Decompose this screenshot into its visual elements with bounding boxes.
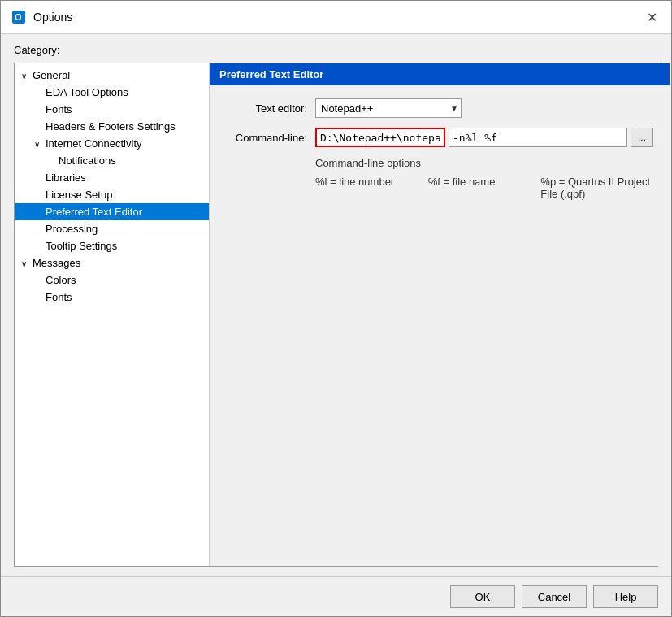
dialog-footer: OK Cancel Help [1, 576, 671, 616]
dialog-title: Options [33, 11, 72, 24]
options-dialog: O Options ✕ Category: ∨GeneralEDA Tool O… [0, 0, 672, 617]
sidebar: ∨GeneralEDA Tool OptionsFontsHeaders & F… [15, 63, 210, 566]
close-button[interactable]: ✕ [642, 7, 661, 27]
sidebar-item-processing[interactable]: Processing [15, 220, 209, 237]
sidebar-item-messages[interactable]: ∨Messages [15, 254, 209, 272]
sidebar-item-label: Tooltip Settings [46, 240, 117, 252]
command-line-label: Command-line: [226, 132, 315, 144]
content-panel: Preferred Text Editor Text editor: Notep… [210, 63, 670, 566]
sidebar-item-label: Fonts [46, 103, 72, 115]
sidebar-item-label: Fonts [46, 291, 72, 303]
cancel-button[interactable]: Cancel [522, 585, 587, 608]
tree-arrow-icon: ∨ [21, 72, 31, 80]
dialog-body: Category: ∨GeneralEDA Tool OptionsFontsH… [1, 34, 671, 576]
title-bar-left: O Options [11, 9, 72, 25]
command-exe-input[interactable] [315, 128, 445, 147]
text-editor-control: Notepad++ Notepad Custom ▼ [315, 98, 462, 118]
help-button[interactable]: Help [593, 585, 658, 608]
content-body: Text editor: Notepad++ Notepad Custom ▼ [210, 85, 670, 566]
tree-arrow-icon: ∨ [21, 259, 31, 268]
content-header: Preferred Text Editor [210, 63, 670, 85]
text-editor-select[interactable]: Notepad++ Notepad Custom [315, 98, 462, 118]
cmdline-options-label: Command-line options [315, 157, 653, 169]
text-editor-label: Text editor: [226, 102, 315, 115]
svg-text:O: O [15, 12, 22, 22]
text-editor-select-wrapper: Notepad++ Notepad Custom ▼ [315, 98, 462, 118]
hint-file-name: %f = file name [428, 176, 541, 200]
sidebar-item-libraries[interactable]: Libraries [15, 169, 209, 186]
ok-button[interactable]: OK [450, 585, 515, 608]
sidebar-item-label: Processing [46, 223, 98, 235]
sidebar-item-tooltip-settings[interactable]: Tooltip Settings [15, 237, 209, 254]
text-editor-row: Text editor: Notepad++ Notepad Custom ▼ [226, 98, 653, 118]
category-label: Category: [14, 44, 658, 56]
sidebar-item-label: Notifications [59, 154, 116, 167]
command-line-row: Command-line: ... [226, 128, 653, 147]
hint-line-number: %l = line number [315, 176, 428, 200]
sidebar-item-preferred-text-editor[interactable]: Preferred Text Editor [15, 203, 209, 220]
command-line-control: ... [315, 128, 653, 147]
tree-arrow-icon: ∨ [34, 140, 44, 149]
sidebar-item-label: Internet Connectivity [46, 137, 142, 150]
sidebar-item-headers-footers[interactable]: Headers & Footers Settings [15, 118, 209, 135]
title-bar: O Options ✕ [1, 1, 671, 34]
sidebar-item-label: License Setup [46, 189, 112, 201]
sidebar-item-colors[interactable]: Colors [15, 272, 209, 289]
browse-button[interactable]: ... [631, 128, 653, 147]
sidebar-item-label: EDA Tool Options [46, 86, 128, 98]
sidebar-item-fonts-messages[interactable]: Fonts [15, 289, 209, 306]
dialog-icon: O [11, 9, 27, 25]
sidebar-item-label: Libraries [46, 172, 86, 184]
sidebar-item-label: Headers & Footers Settings [46, 120, 176, 133]
format-hints: %l = line number %f = file name %p = Qua… [315, 176, 653, 200]
sidebar-item-label: Colors [46, 274, 76, 286]
hint-project-file: %p = Quartus II Project File (.qpf) [540, 176, 653, 200]
command-args-input[interactable] [449, 128, 627, 147]
sidebar-item-eda-tool-options[interactable]: EDA Tool Options [15, 84, 209, 101]
sidebar-item-license-setup[interactable]: License Setup [15, 186, 209, 203]
sidebar-item-internet-connectivity[interactable]: ∨Internet Connectivity [15, 135, 209, 152]
sidebar-item-label: Preferred Text Editor [46, 206, 142, 218]
sidebar-item-notifications[interactable]: Notifications [15, 152, 209, 169]
sidebar-item-label: Messages [33, 257, 80, 269]
dialog-main: ∨GeneralEDA Tool OptionsFontsHeaders & F… [14, 63, 658, 567]
sidebar-item-fonts-general[interactable]: Fonts [15, 101, 209, 118]
sidebar-item-label: General [33, 69, 70, 81]
sidebar-item-general[interactable]: ∨General [15, 67, 209, 84]
